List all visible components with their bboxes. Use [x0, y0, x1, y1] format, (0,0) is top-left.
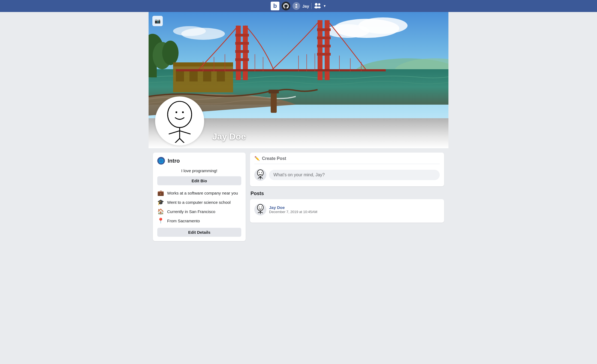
svg-line-70 — [258, 212, 260, 213]
svg-point-5 — [318, 6, 321, 8]
svg-rect-24 — [217, 71, 225, 81]
svg-point-62 — [261, 172, 262, 173]
svg-point-60 — [257, 170, 263, 176]
svg-rect-35 — [317, 45, 331, 47]
post-author-name[interactable]: Jay Doe — [269, 205, 317, 210]
work-icon: 💼 — [157, 190, 164, 196]
left-column: 🌐 Intro I love programming! Edit Bio 💼 W… — [153, 153, 246, 241]
svg-rect-33 — [317, 28, 331, 31]
posts-section: Posts — [250, 191, 444, 223]
post-author-avatar — [254, 204, 266, 216]
main-layout: 🌐 Intro I love programming! Edit Bio 💼 W… — [149, 153, 448, 241]
svg-point-1 — [295, 7, 297, 8]
post-card: Jay Doe December 7, 2019 at 10:45AM — [250, 199, 444, 223]
svg-rect-37 — [176, 69, 279, 71]
globe-icon: 🌐 — [157, 157, 165, 165]
svg-rect-29 — [235, 50, 249, 53]
svg-point-2 — [315, 3, 318, 6]
navbar-username: Jay — [302, 4, 309, 8]
navbar-dropdown-caret[interactable]: ▼ — [323, 4, 326, 8]
svg-point-53 — [176, 111, 177, 113]
navbar-divider — [311, 3, 312, 9]
location-current-text: Currently in San Francisco — [167, 209, 215, 214]
svg-point-68 — [261, 207, 262, 208]
svg-point-66 — [257, 204, 263, 211]
svg-point-3 — [314, 6, 318, 8]
friends-icon[interactable] — [314, 2, 321, 10]
post-timestamp: December 7, 2019 at 10:45AM — [269, 210, 317, 214]
intro-card: 🌐 Intro I love programming! Edit Bio 💼 W… — [153, 153, 246, 241]
intro-details-list: 💼 Works at a software company near you 🎓… — [157, 190, 241, 224]
work-detail-text: Works at a software company near you — [167, 191, 238, 195]
navbar-logo[interactable]: b — [271, 2, 279, 10]
list-item: 🎓 Went to a computer science school — [157, 199, 241, 205]
intro-header: 🌐 Intro — [157, 157, 241, 165]
svg-rect-27 — [235, 34, 249, 37]
svg-point-54 — [182, 111, 184, 113]
svg-rect-28 — [235, 42, 249, 45]
update-cover-photo-button[interactable]: 📷 — [152, 16, 163, 26]
intro-bio: I love programming! — [157, 168, 241, 173]
post-header: Jay Doe December 7, 2019 at 10:45AM — [254, 204, 440, 216]
list-item: 📍 From Sacramento — [157, 217, 241, 224]
edit-details-button[interactable]: Edit Details — [157, 228, 241, 237]
create-post-user-avatar — [254, 169, 266, 181]
navbar: b Jay ▼ — [0, 0, 597, 12]
create-post-input-row: What's on your mind, Jay? — [254, 167, 440, 183]
profile-avatar — [155, 96, 204, 145]
edit-bio-button[interactable]: Edit Bio — [157, 176, 241, 185]
profile-section: 📷 — [149, 12, 448, 241]
svg-line-64 — [258, 177, 260, 178]
svg-line-57 — [180, 131, 191, 134]
location-current-icon: 🏠 — [157, 208, 164, 215]
location-from-text: From Sacramento — [167, 219, 200, 223]
posts-section-label: Posts — [250, 191, 444, 196]
post-author-info: Jay Doe December 7, 2019 at 10:45AM — [269, 205, 317, 214]
svg-rect-23 — [203, 71, 211, 81]
svg-line-58 — [173, 138, 180, 143]
profile-name: Jay Doe — [212, 132, 246, 144]
education-icon: 🎓 — [157, 199, 164, 205]
education-detail-text: Went to a computer science school — [167, 200, 231, 205]
profile-info-bar: Jay Doe — [149, 118, 448, 148]
svg-rect-36 — [317, 53, 331, 56]
profile-cover-card: 📷 — [149, 12, 448, 148]
location-from-icon: 📍 — [157, 217, 164, 224]
github-icon[interactable] — [282, 2, 290, 10]
svg-rect-30 — [235, 58, 249, 61]
svg-rect-34 — [317, 37, 331, 39]
svg-rect-22 — [189, 71, 198, 81]
svg-line-65 — [260, 177, 263, 178]
create-post-card: ✏️ Create Post — [250, 153, 444, 186]
svg-point-52 — [168, 101, 192, 128]
svg-line-56 — [169, 131, 180, 134]
create-post-header: ✏️ Create Post — [254, 156, 440, 164]
svg-point-18 — [162, 41, 179, 65]
create-post-input[interactable]: What's on your mind, Jay? — [269, 170, 440, 180]
create-post-title: Create Post — [262, 156, 286, 161]
pencil-icon: ✏️ — [254, 156, 260, 161]
svg-rect-50 — [271, 91, 277, 113]
svg-point-0 — [296, 4, 297, 6]
svg-rect-38 — [271, 69, 386, 71]
list-item: 💼 Works at a software company near you — [157, 190, 241, 196]
svg-line-71 — [260, 212, 263, 213]
intro-title: Intro — [168, 158, 180, 164]
svg-point-61 — [259, 172, 260, 173]
svg-point-11 — [173, 26, 206, 36]
svg-point-67 — [259, 207, 260, 208]
nav-user-avatar — [293, 2, 300, 10]
list-item: 🏠 Currently in San Francisco — [157, 208, 241, 215]
svg-rect-21 — [176, 71, 184, 81]
svg-point-4 — [318, 3, 320, 5]
svg-line-59 — [180, 138, 186, 143]
right-column: ✏️ Create Post — [250, 153, 444, 223]
